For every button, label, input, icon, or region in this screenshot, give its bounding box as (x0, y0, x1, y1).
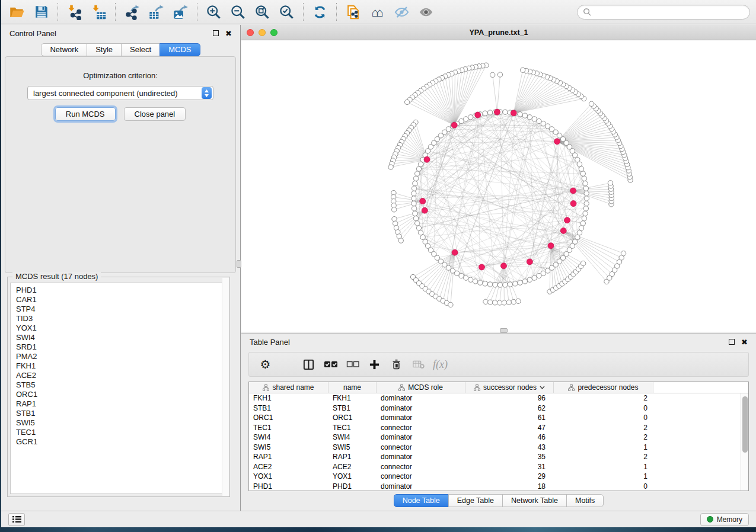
save-button[interactable] (29, 2, 53, 22)
tab-mcds[interactable]: MCDS (160, 43, 200, 56)
cell-name[interactable]: YOX1 (328, 472, 377, 480)
mcds-result-item[interactable]: GCR1 (16, 437, 227, 447)
cell-name[interactable]: SWI5 (328, 443, 377, 451)
cell-successor_nodes[interactable]: 35 (465, 453, 554, 461)
cell-mcds_role[interactable]: dominator (377, 394, 465, 402)
table-row[interactable]: SWI5SWI5connector431 (249, 443, 741, 453)
mcds-result-item[interactable]: TID3 (16, 314, 227, 323)
cell-name[interactable]: TEC1 (328, 424, 377, 432)
vertical-splitter-handle[interactable] (237, 260, 241, 268)
cell-predecessor_nodes[interactable]: 1 (554, 472, 653, 480)
table-scrollbar[interactable] (741, 393, 748, 491)
delete-columns-button[interactable] (385, 354, 407, 374)
network-canvas[interactable] (241, 40, 756, 332)
import-network-button[interactable] (62, 2, 87, 22)
cell-predecessor_nodes[interactable]: 2 (554, 433, 653, 441)
column-header-predecessor-nodes[interactable]: predecessor nodes (554, 382, 653, 393)
cell-successor_nodes[interactable]: 29 (465, 472, 554, 480)
cell-successor_nodes[interactable]: 61 (465, 414, 554, 422)
cell-mcds_role[interactable]: connector (377, 443, 465, 451)
mcds-result-item[interactable]: SRD1 (16, 342, 227, 352)
table-row[interactable]: RAP1RAP1dominator352 (249, 452, 741, 462)
cell-mcds_role[interactable]: dominator (377, 414, 465, 422)
mcds-result-item[interactable]: RAP1 (16, 399, 227, 409)
cell-name[interactable]: PHD1 (328, 482, 377, 491)
cell-mcds_role[interactable]: connector (377, 463, 465, 471)
cell-mcds_role[interactable]: connector (377, 472, 465, 480)
mcds-list-scrollbar[interactable] (222, 278, 229, 496)
cell-name[interactable]: ACE2 (328, 463, 377, 471)
cell-predecessor_nodes[interactable]: 2 (554, 424, 653, 432)
first-neighbors-button[interactable]: ⌂⌂ (365, 2, 390, 22)
cell-shared_name[interactable]: YOX1 (249, 472, 328, 480)
mcds-result-item[interactable]: STB1 (16, 409, 227, 418)
cell-mcds_role[interactable]: dominator (377, 453, 465, 461)
cell-predecessor_nodes[interactable]: 2 (554, 453, 653, 461)
mcds-result-item[interactable]: TEC1 (16, 428, 227, 437)
cell-mcds_role[interactable]: dominator (377, 433, 465, 441)
delete-table-button[interactable] (407, 354, 429, 374)
hide-selected-button[interactable] (390, 2, 414, 22)
add-column-button[interactable] (363, 354, 385, 374)
task-history-button[interactable] (8, 513, 25, 526)
export-image-button[interactable] (168, 2, 193, 22)
zoom-selected-button[interactable] (275, 2, 299, 22)
cell-shared_name[interactable]: SWI4 (249, 433, 328, 441)
table-row[interactable]: TEC1TEC1connector472 (249, 423, 741, 433)
cell-shared_name[interactable]: TEC1 (249, 424, 328, 432)
cell-name[interactable]: RAP1 (328, 453, 377, 461)
cell-successor_nodes[interactable]: 31 (465, 463, 554, 471)
cell-shared_name[interactable]: RAP1 (249, 453, 328, 461)
mcds-result-item[interactable]: STB5 (16, 380, 227, 390)
cell-shared_name[interactable]: SWI5 (249, 443, 328, 451)
table-row[interactable]: PHD1PHD1dominator180 (249, 482, 741, 491)
table-row[interactable]: STB1STB1dominator620 (249, 403, 741, 414)
cell-mcds_role[interactable]: dominator (377, 404, 465, 412)
memory-button[interactable]: Memory (700, 513, 749, 526)
search-box[interactable] (577, 5, 750, 20)
mcds-result-item[interactable]: STP4 (16, 305, 227, 314)
mcds-result-list[interactable]: PHD1CAR1STP4TID3YOX1SWI4SRD1PMA2FKH1ACE2… (10, 283, 227, 494)
cell-shared_name[interactable]: ACE2 (249, 463, 328, 471)
tab-style[interactable]: Style (87, 43, 122, 56)
zoom-fit-button[interactable] (250, 2, 275, 22)
table-row[interactable]: ACE2ACE2connector311 (249, 462, 741, 472)
export-table-button[interactable] (144, 2, 168, 22)
cell-name[interactable]: FKH1 (328, 394, 377, 402)
open-file-button[interactable] (5, 2, 29, 22)
criterion-select[interactable]: largest connected component (undirected) (27, 86, 213, 100)
close-table-panel-icon[interactable]: ✖ (741, 338, 748, 346)
zoom-out-button[interactable] (226, 2, 250, 22)
cell-predecessor_nodes[interactable]: 1 (554, 463, 653, 471)
mcds-result-item[interactable]: FKH1 (16, 361, 227, 371)
mcds-result-item[interactable]: PHD1 (16, 286, 227, 295)
cell-name[interactable]: STB1 (328, 404, 377, 412)
import-table-button[interactable] (87, 2, 111, 22)
column-header-shared-name[interactable]: shared name (249, 382, 328, 393)
cell-successor_nodes[interactable]: 62 (465, 404, 554, 412)
cell-successor_nodes[interactable]: 47 (465, 424, 554, 432)
cell-predecessor_nodes[interactable]: 2 (554, 394, 653, 402)
tab-node-table[interactable]: Node Table (394, 494, 449, 507)
cell-name[interactable]: SWI4 (328, 433, 377, 441)
show-columns-button[interactable] (298, 354, 320, 374)
column-header-MCDS-role[interactable]: MCDS role (377, 382, 465, 393)
table-row[interactable]: YOX1YOX1connector291 (249, 472, 741, 482)
float-panel-icon[interactable] (213, 30, 219, 36)
close-panel-icon[interactable]: ✖ (225, 30, 232, 37)
cell-successor_nodes[interactable]: 43 (465, 443, 554, 451)
mcds-result-item[interactable]: PMA2 (16, 352, 227, 361)
cell-mcds_role[interactable]: connector (377, 424, 465, 432)
refresh-view-button[interactable] (308, 2, 332, 22)
mcds-result-item[interactable]: ORC1 (16, 390, 227, 399)
horizontal-splitter-handle[interactable] (500, 328, 508, 333)
cell-successor_nodes[interactable]: 96 (465, 394, 554, 402)
mcds-result-item[interactable]: SWI4 (16, 333, 227, 342)
tab-motifs[interactable]: Motifs (566, 494, 604, 507)
table-settings-button[interactable]: ⚙ (254, 354, 276, 374)
export-network-button[interactable] (120, 2, 144, 22)
cell-shared_name[interactable]: ORC1 (249, 414, 328, 422)
network-graph[interactable] (241, 40, 756, 332)
cell-predecessor_nodes[interactable]: 0 (554, 414, 653, 422)
tab-network[interactable]: Network (41, 43, 87, 56)
